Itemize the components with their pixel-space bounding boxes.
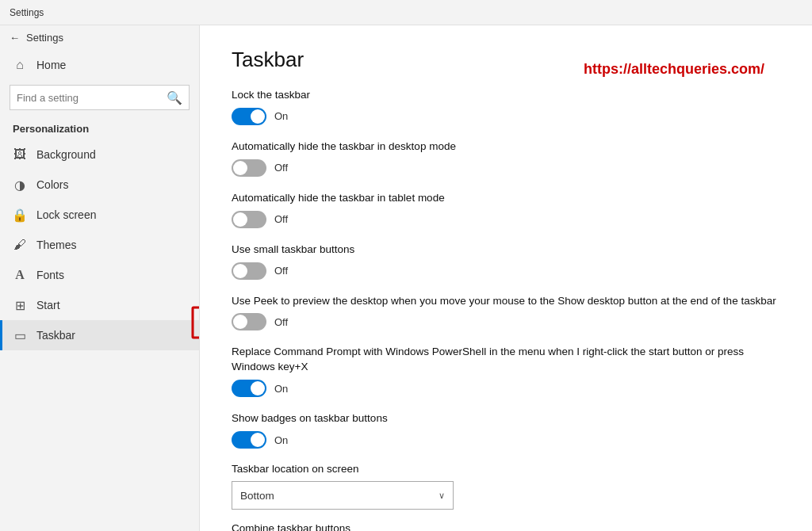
setting-small-buttons: Use small taskbar buttons Off	[232, 243, 780, 280]
background-icon: 🖼	[13, 147, 27, 162]
setting-label-small-buttons: Use small taskbar buttons	[232, 243, 780, 258]
toggle-text-peek: Off	[274, 316, 288, 328]
sidebar-item-taskbar[interactable]: ▭ Taskbar	[0, 320, 199, 350]
dropdown-location-label: Taskbar location on screen	[232, 463, 780, 475]
toggle-knob	[233, 212, 247, 227]
fonts-icon: A	[13, 268, 27, 282]
sidebar: ← Settings ⌂ Home 🔍 Personalization 🖼 Ba…	[0, 25, 200, 531]
back-button[interactable]: ← Settings	[0, 25, 199, 50]
toggle-text-small-buttons: Off	[274, 265, 288, 277]
start-icon: ⊞	[13, 298, 27, 312]
toggle-badges[interactable]	[232, 431, 266, 449]
sidebar-label-taskbar: Taskbar	[36, 329, 75, 342]
sidebar-item-lock-screen[interactable]: 🔒 Lock screen	[0, 200, 199, 230]
search-box[interactable]: 🔍	[10, 85, 190, 110]
search-icon: 🔍	[167, 90, 182, 105]
dropdown-location-container: Taskbar location on screen Bottom ∨	[232, 463, 780, 510]
sidebar-item-home[interactable]: ⌂ Home	[0, 50, 199, 80]
setting-auto-hide-tablet: Automatically hide the taskbar in tablet…	[232, 191, 780, 228]
title-bar-text: Settings	[10, 7, 44, 18]
dropdown-location[interactable]: Bottom ∨	[232, 481, 454, 510]
sidebar-label-colors: Colors	[36, 178, 68, 191]
toggle-text-lock-taskbar: On	[274, 110, 288, 122]
toggle-text-auto-hide-tablet: Off	[274, 213, 288, 225]
setting-auto-hide-desktop: Automatically hide the taskbar in deskto…	[232, 139, 780, 177]
chevron-down-icon: ∨	[439, 491, 445, 501]
back-icon: ←	[10, 32, 20, 44]
toggle-text-badges: On	[274, 434, 288, 446]
toggle-knob	[233, 315, 247, 329]
setting-powershell: Replace Command Prompt with Windows Powe…	[232, 345, 780, 397]
toggle-knob	[251, 433, 265, 447]
setting-label-auto-hide-desktop: Automatically hide the taskbar in deskto…	[232, 139, 780, 155]
toggle-knob	[251, 109, 265, 124]
setting-label-lock-taskbar: Lock the taskbar	[232, 88, 780, 103]
toggle-text-powershell: On	[274, 383, 288, 395]
sidebar-label-fonts: Fonts	[36, 269, 64, 281]
themes-icon: 🖌	[13, 238, 27, 252]
toggle-knob	[233, 161, 247, 175]
dropdown-combine-label: Combine taskbar buttons	[232, 522, 780, 531]
toggle-text-auto-hide-desktop: Off	[274, 162, 288, 174]
toggle-knob	[233, 264, 247, 278]
toggle-powershell[interactable]	[232, 380, 266, 397]
sidebar-item-background[interactable]: 🖼 Background	[0, 139, 199, 170]
home-icon: ⌂	[13, 58, 27, 72]
setting-label-powershell: Replace Command Prompt with Windows Powe…	[232, 345, 780, 375]
toggle-small-buttons[interactable]	[232, 262, 266, 280]
sidebar-label-start: Start	[36, 299, 60, 311]
content-area: https://alltechqueries.com/ Taskbar Lock…	[200, 25, 812, 531]
sidebar-item-fonts[interactable]: A Fonts	[0, 260, 199, 290]
sidebar-label-themes: Themes	[36, 239, 77, 251]
toggle-auto-hide-desktop[interactable]	[232, 159, 266, 177]
sidebar-item-themes[interactable]: 🖌 Themes	[0, 230, 199, 260]
sidebar-label-lock-screen: Lock screen	[36, 208, 96, 221]
setting-label-auto-hide-tablet: Automatically hide the taskbar in tablet…	[232, 191, 780, 206]
settings-title: Settings	[26, 32, 63, 44]
toggle-knob	[251, 381, 265, 395]
toggle-lock-taskbar[interactable]	[232, 108, 266, 125]
page-title: Taskbar	[232, 48, 780, 72]
dropdown-combine-container: Combine taskbar buttons When taskbar is …	[232, 522, 780, 531]
setting-lock-taskbar: Lock the taskbar On	[232, 88, 780, 125]
colors-icon: ◑	[13, 178, 27, 192]
setting-label-peek: Use Peek to preview the desktop when you…	[232, 294, 780, 309]
dropdown-location-value: Bottom	[240, 490, 274, 502]
lock-icon: 🔒	[13, 208, 27, 222]
setting-label-badges: Show badges on taskbar buttons	[232, 411, 780, 426]
setting-badges: Show badges on taskbar buttons On	[232, 411, 780, 449]
setting-peek: Use Peek to preview the desktop when you…	[232, 294, 780, 331]
toggle-peek[interactable]	[232, 313, 266, 330]
home-label: Home	[36, 59, 66, 71]
section-header: Personalization	[0, 115, 199, 139]
search-input[interactable]	[17, 92, 162, 104]
sidebar-item-colors[interactable]: ◑ Colors	[0, 170, 199, 200]
sidebar-item-start[interactable]: ⊞ Start	[0, 290, 199, 320]
taskbar-icon: ▭	[13, 328, 27, 342]
sidebar-label-background: Background	[36, 148, 96, 161]
toggle-auto-hide-tablet[interactable]	[232, 211, 266, 228]
